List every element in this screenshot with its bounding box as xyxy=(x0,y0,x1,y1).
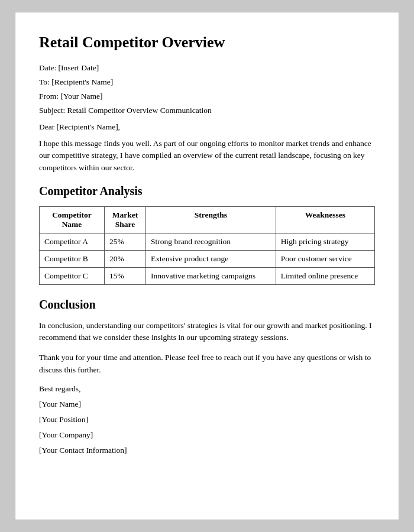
table-cell-row0-col2: Strong brand recognition xyxy=(146,233,276,250)
meta-subject: Subject: Retail Competitor Overview Comm… xyxy=(39,106,375,115)
table-cell-row0-col1: 25% xyxy=(105,233,146,250)
table-cell-row2-col1: 15% xyxy=(105,267,146,284)
table-cell-row2-col3: Limited online presence xyxy=(276,267,374,284)
conclusion-heading: Conclusion xyxy=(39,298,375,312)
table-cell-row2-col0: Competitor C xyxy=(40,267,105,284)
col-header-share: MarketShare xyxy=(105,206,146,233)
col-header-name: CompetitorName xyxy=(40,206,105,233)
table-row: Competitor B20%Extensive product rangePo… xyxy=(40,250,375,267)
conclusion-para1: In conclusion, understanding our competi… xyxy=(39,320,375,344)
table-cell-row2-col2: Innovative marketing campaigns xyxy=(146,267,276,284)
intro-paragraph: I hope this message finds you well. As p… xyxy=(39,138,375,174)
meta-to: To: [Recipient's Name] xyxy=(39,77,375,87)
document: Retail Competitor Overview Date: [Insert… xyxy=(15,12,399,520)
sig-regards: Best regards, xyxy=(39,384,375,394)
table-row: Competitor C15%Innovative marketing camp… xyxy=(40,267,375,284)
sig-company: [Your Company] xyxy=(39,430,375,440)
meta-from: From: [Your Name] xyxy=(39,92,375,101)
table-cell-row1-col1: 20% xyxy=(105,250,146,267)
col-header-strengths: Strengths xyxy=(146,206,276,233)
sig-name: [Your Name] xyxy=(39,400,375,409)
sig-position: [Your Position] xyxy=(39,415,375,424)
conclusion-para2: Thank you for your time and attention. P… xyxy=(39,352,375,376)
table-row: Competitor A25%Strong brand recognitionH… xyxy=(40,233,375,250)
sig-contact: [Your Contact Information] xyxy=(39,446,375,455)
competitor-analysis-heading: Competitor Analysis xyxy=(39,184,375,198)
meta-date: Date: [Insert Date] xyxy=(39,63,375,73)
table-cell-row1-col0: Competitor B xyxy=(40,250,105,267)
table-cell-row0-col0: Competitor A xyxy=(40,233,105,250)
table-cell-row1-col2: Extensive product range xyxy=(146,250,276,267)
document-title: Retail Competitor Overview xyxy=(39,34,375,51)
table-cell-row1-col3: Poor customer service xyxy=(276,250,374,267)
col-header-weaknesses: Weaknesses xyxy=(276,206,374,233)
dear-line: Dear [Recipient's Name], xyxy=(39,122,375,132)
table-cell-row0-col3: High pricing strategy xyxy=(276,233,374,250)
competitor-table: CompetitorName MarketShare Strengths Wea… xyxy=(39,206,375,285)
